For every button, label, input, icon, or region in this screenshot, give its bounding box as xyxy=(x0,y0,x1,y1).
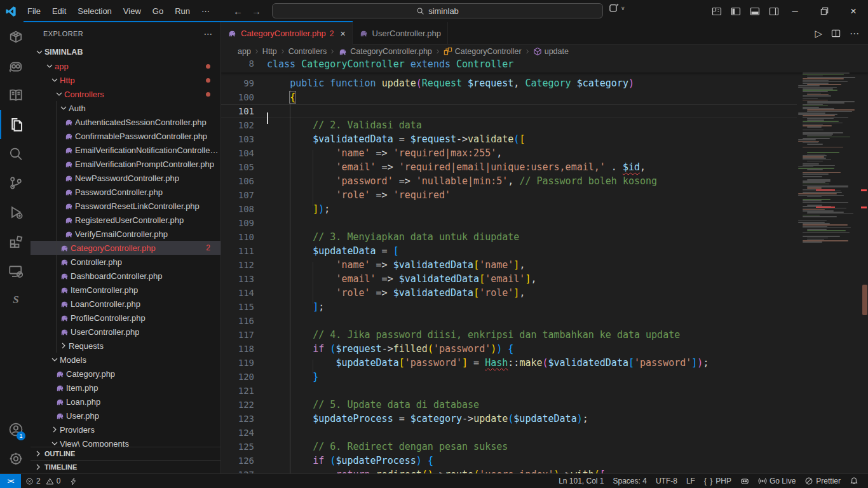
tree-file-itemphp[interactable]: Item.php xyxy=(31,381,220,395)
settings-gear-icon[interactable] xyxy=(0,444,31,473)
source-control-icon[interactable] xyxy=(0,168,31,198)
code-line[interactable]: 123 $updateProcess = $category->update($… xyxy=(221,412,797,426)
menu-view[interactable]: View xyxy=(118,0,147,22)
line-number[interactable]: 115 xyxy=(221,302,254,312)
menu-[interactable]: ⋯ xyxy=(196,0,215,22)
book-icon[interactable] xyxy=(0,81,31,110)
line-number[interactable]: 107 xyxy=(221,190,254,200)
run-debug-icon[interactable] xyxy=(0,198,31,227)
breadcrumb-item[interactable]: app xyxy=(238,47,251,56)
restore-button[interactable] xyxy=(810,0,839,22)
toggle-secondary-sidebar-icon[interactable] xyxy=(769,6,779,17)
code-editor[interactable]: 8class CategoryController extends Contro… xyxy=(221,58,868,473)
sticky-scroll-line[interactable]: 8class CategoryController extends Contro… xyxy=(221,58,868,72)
tree-file-usercontrollerphp[interactable]: UserController.php xyxy=(31,325,220,339)
tree-folder-viewcomponents[interactable]: View\ Components xyxy=(31,437,220,447)
command-center-search[interactable]: siminlab xyxy=(272,3,603,18)
remote-window-icon[interactable] xyxy=(0,256,31,285)
run-button[interactable]: ▷ xyxy=(815,28,822,39)
tree-file-verifyemailcontrollerphp[interactable]: VerifyEmailController.php xyxy=(31,227,220,241)
more-actions-icon[interactable]: ⋯ xyxy=(850,28,859,39)
tree-folder-providers[interactable]: Providers xyxy=(31,423,220,437)
line-number[interactable]: 102 xyxy=(221,120,254,130)
code-line[interactable]: 112 'name' => $validatedData['name'], xyxy=(221,258,797,272)
line-number[interactable]: 127 xyxy=(221,470,254,473)
line-number[interactable]: 119 xyxy=(221,358,254,368)
search-icon[interactable] xyxy=(0,139,31,168)
code-line[interactable]: 122 // 5. Update data di database xyxy=(221,398,797,412)
problems-status[interactable]: 2 0 xyxy=(21,474,65,488)
tree-file-emailverificationpromptcontrollerphp[interactable]: EmailVerificationPromptController.php xyxy=(31,157,220,171)
tree-file-authenticatedsessioncontrollerphp[interactable]: AuthenticatedSessionController.php xyxy=(31,115,220,129)
forward-arrow[interactable]: → xyxy=(252,6,261,17)
tree-file-loanphp[interactable]: Loan.php xyxy=(31,395,220,409)
code-line[interactable]: 107 'role' => 'required' xyxy=(221,188,797,202)
explorer-more-actions-icon[interactable]: ⋯ xyxy=(204,29,213,39)
tree-file-passwordcontrollerphp[interactable]: PasswordController.php xyxy=(31,185,220,199)
code-line[interactable]: 120 } xyxy=(221,370,797,384)
line-number[interactable]: 110 xyxy=(221,232,254,242)
menu-edit[interactable]: Edit xyxy=(46,0,72,22)
code-line[interactable]: 111 $updateData = [ xyxy=(221,244,797,258)
tree-file-profilecontrollerphp[interactable]: ProfileController.php xyxy=(31,311,220,325)
line-number[interactable]: 125 xyxy=(221,442,254,452)
tree-folder-controllers[interactable]: Controllers xyxy=(31,87,220,101)
breadcrumb-item[interactable]: CategoryController xyxy=(444,47,522,56)
breadcrumb-item[interactable]: update xyxy=(533,47,569,56)
tree-folder-auth[interactable]: Auth xyxy=(31,101,220,115)
status-php[interactable]: { }PHP xyxy=(700,477,736,485)
status-ln101col1[interactable]: Ln 101, Col 1 xyxy=(554,477,608,485)
code-line[interactable]: 114 'role' => $validatedData['role'], xyxy=(221,286,797,300)
code-line[interactable]: 106 'password' => 'nullable|min:5', // P… xyxy=(221,174,797,188)
menu-file[interactable]: File xyxy=(22,0,46,22)
code-line[interactable]: 104 'name' => 'required|max:255', xyxy=(221,146,797,160)
line-number[interactable]: 101 xyxy=(221,106,254,116)
tree-file-categoryphp[interactable]: Category.php xyxy=(31,367,220,381)
account-icon[interactable]: 1 xyxy=(0,415,31,444)
line-number[interactable]: 104 xyxy=(221,148,254,158)
tree-file-newpasswordcontrollerphp[interactable]: NewPasswordController.php xyxy=(31,171,220,185)
tree-file-dashboardcontrollerphp[interactable]: DashboardController.php xyxy=(31,269,220,283)
close-button[interactable]: × xyxy=(839,0,868,22)
tree-file-categorycontrollerphp[interactable]: CategoryController.php2 xyxy=(31,241,220,255)
line-number[interactable]: 122 xyxy=(221,400,254,410)
tree-file-registeredusercontrollerphp[interactable]: RegisteredUserController.php xyxy=(31,213,220,227)
line-number[interactable]: 118 xyxy=(221,344,254,354)
s-extension-icon[interactable]: S xyxy=(0,285,31,315)
code-line[interactable]: 101 xyxy=(221,104,797,118)
toggle-sidebar-icon[interactable] xyxy=(731,6,741,17)
line-number[interactable]: 109 xyxy=(221,218,254,228)
line-number[interactable]: 123 xyxy=(221,414,254,424)
tree-file-loancontrollerphp[interactable]: LoanController.php xyxy=(31,297,220,311)
line-number[interactable]: 126 xyxy=(221,456,254,466)
breadcrumb-item[interactable]: Http xyxy=(262,47,277,56)
minimap[interactable] xyxy=(798,58,859,473)
thunder-client-button[interactable] xyxy=(65,474,82,488)
tree-file-itemcontrollerphp[interactable]: ItemController.php xyxy=(31,283,220,297)
line-number[interactable]: 111 xyxy=(221,246,254,256)
tree-folder-app[interactable]: app xyxy=(31,59,220,73)
code-line[interactable]: 125 // 6. Redirect dengan pesan sukses xyxy=(221,440,797,454)
line-number[interactable]: 105 xyxy=(221,162,254,172)
line-number[interactable]: 106 xyxy=(221,176,254,186)
code-line[interactable]: 117 // 4. Jika password diisi, enkripsi … xyxy=(221,328,797,342)
tree-file-userphp[interactable]: User.php xyxy=(31,409,220,423)
section-outline[interactable]: OUTLINE xyxy=(31,447,220,460)
status-bellicon[interactable] xyxy=(845,477,863,485)
status-prettier[interactable]: Prettier xyxy=(800,477,845,485)
status-spaces4[interactable]: Spaces: 4 xyxy=(609,477,651,485)
line-number[interactable]: 116 xyxy=(221,316,254,326)
close-tab-icon[interactable]: × xyxy=(340,29,345,39)
customize-layout-icon[interactable] xyxy=(712,6,722,17)
robot-icon[interactable] xyxy=(0,51,31,81)
status-golive[interactable]: Go Live xyxy=(754,477,800,485)
code-line[interactable]: 105 'email' => 'required|email|unique:us… xyxy=(221,160,797,174)
code-line[interactable]: 121 xyxy=(221,384,797,398)
line-number[interactable]: 108 xyxy=(221,204,254,214)
section-timeline[interactable]: TIMELINE xyxy=(31,460,220,473)
minimize-button[interactable]: ─ xyxy=(780,0,810,22)
line-number[interactable]: 120 xyxy=(221,372,254,382)
code-line[interactable]: 109 xyxy=(221,216,797,230)
line-number[interactable]: 113 xyxy=(221,274,254,284)
code-line[interactable]: 118 if ($request->filled('password')) { xyxy=(221,342,797,356)
